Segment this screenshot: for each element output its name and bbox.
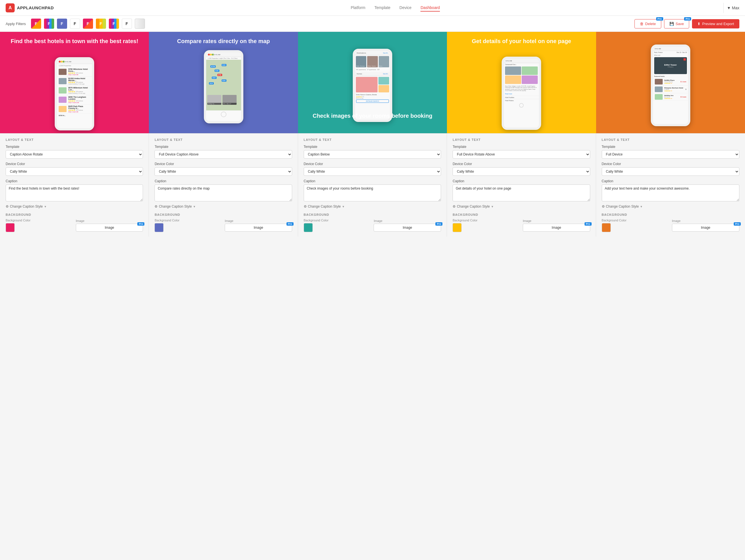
- toolbar: Apply Filters F F F F F F F F 🗑 Delete P…: [0, 16, 745, 32]
- screen-caption-3: Check images of your rooms before bookin…: [298, 110, 447, 122]
- caption-textarea-4[interactable]: Get details of your hotel on one page: [453, 184, 590, 201]
- chevron-icon-1: ▼: [44, 205, 47, 208]
- filter-btn-3[interactable]: F: [57, 19, 67, 29]
- settings-col-4: LAYOUT & TEXT Template Caption Above Rot…: [447, 134, 596, 237]
- export-icon: ⬆: [698, 22, 701, 26]
- screen-card-5[interactable]: 9:41 AM Paris, France Dec 13 - Dec 18 Wh…: [596, 32, 745, 133]
- save-pro-badge: Pro: [684, 17, 691, 21]
- pro-tag-1: Pro: [137, 222, 144, 225]
- template-select-5[interactable]: Caption Above Rotate Full Device Caption…: [602, 150, 739, 159]
- template-label-5: Template: [602, 145, 739, 149]
- screen-preview-1: Find the best hotels in town with the be…: [0, 32, 149, 133]
- device-color-select-4[interactable]: Cally White Cally Black Cally Gold: [453, 167, 590, 176]
- bg-color-swatch-3[interactable]: [304, 223, 313, 232]
- bg-row-1: Background Color Image Image Pro: [6, 219, 143, 232]
- bg-color-swatch-5[interactable]: [602, 223, 611, 232]
- change-caption-btn-1[interactable]: ⚙ Change Caption Style ▼: [6, 205, 143, 208]
- logo-text: APPLAUNCHPAD: [17, 5, 54, 10]
- pro-tag-4: Pro: [585, 222, 592, 225]
- bg-color-swatch-1[interactable]: [6, 223, 15, 232]
- nav-platform[interactable]: Platform: [351, 4, 365, 11]
- filter-btn-5[interactable]: F: [83, 19, 93, 29]
- chevron-icon-3: ▼: [342, 205, 345, 208]
- nav-template[interactable]: Template: [375, 4, 391, 11]
- apply-filters-label: Apply Filters: [6, 22, 26, 26]
- change-caption-btn-5[interactable]: ⚙ Change Caption Style ▼: [602, 205, 739, 208]
- settings-col-3: LAYOUT & TEXT Template Caption Above Rot…: [298, 134, 447, 237]
- screen-card-3[interactable]: Destinations See All › Berlin, Germany M…: [298, 32, 447, 133]
- screen-caption-1: Find the best hotels in town with the be…: [0, 32, 149, 50]
- bg-image-btn-5[interactable]: Image Pro: [672, 224, 739, 232]
- screen-card-2[interactable]: Compare rates directly on the map 🔴🟡🟢 9:…: [149, 32, 298, 133]
- bg-color-swatch-4[interactable]: [453, 223, 462, 232]
- device-color-select-2[interactable]: Cally White Cally Black Cally Gold: [155, 167, 292, 176]
- bg-image-label-3: Image: [374, 219, 441, 222]
- gear-icon-1: ⚙: [6, 205, 9, 208]
- bg-image-label-5: Image: [672, 219, 739, 222]
- screen-preview-3: Destinations See All › Berlin, Germany M…: [298, 32, 447, 133]
- template-label-4: Template: [453, 145, 590, 149]
- export-button[interactable]: ⬆ Preview and Export: [692, 19, 739, 29]
- bg-image-btn-3[interactable]: Image Pro: [374, 224, 441, 232]
- bg-image-btn-1[interactable]: Image Pro: [76, 224, 143, 232]
- template-select-4[interactable]: Caption Above Rotate Full Device Caption…: [453, 150, 590, 159]
- device-color-label-3: Device Color: [304, 162, 441, 166]
- screen-caption-2: Compare rates directly on the map: [149, 32, 298, 50]
- screens-area: Find the best hotels in town with the be…: [0, 32, 745, 134]
- caption-label-1: Caption: [6, 179, 143, 183]
- device-color-label-2: Device Color: [155, 162, 292, 166]
- nav-dashboard[interactable]: Dashboard: [420, 4, 440, 11]
- template-label-3: Template: [304, 145, 441, 149]
- filter-btn-4[interactable]: F: [70, 19, 80, 29]
- change-caption-btn-3[interactable]: ⚙ Change Caption Style ▼: [304, 205, 441, 208]
- section-label-1: LAYOUT & TEXT: [6, 138, 143, 141]
- section-label-2: LAYOUT & TEXT: [155, 138, 292, 141]
- screen-preview-5: 9:41 AM Paris, France Dec 13 - Dec 18 Wh…: [596, 32, 745, 133]
- section-label-4: LAYOUT & TEXT: [453, 138, 590, 141]
- caption-textarea-3[interactable]: Check images of your rooms before bookin…: [304, 184, 441, 201]
- settings-col-5: LAYOUT & TEXT Template Caption Above Rot…: [596, 134, 745, 237]
- settings-area: LAYOUT & TEXT Template Caption Above Rot…: [0, 134, 745, 237]
- caption-label-3: Caption: [304, 179, 441, 183]
- filter-btn-1[interactable]: F: [31, 19, 41, 29]
- bg-color-label-5: Background Color: [602, 219, 669, 222]
- nav-device[interactable]: Device: [399, 4, 412, 11]
- delete-button[interactable]: 🗑 Delete Pro: [635, 19, 661, 29]
- device-color-select-3[interactable]: Cally White Cally Black Cally Gold: [304, 167, 441, 176]
- caption-label-2: Caption: [155, 179, 292, 183]
- template-select-1[interactable]: Caption Above Rotate Full Device Caption…: [6, 150, 143, 159]
- bg-row-5: Background Color Image Image Pro: [602, 219, 739, 232]
- bg-color-swatch-2[interactable]: [155, 223, 164, 232]
- bg-image-label-2: Image: [225, 219, 292, 222]
- bg-image-btn-4[interactable]: Image Pro: [523, 224, 590, 232]
- bg-image-btn-2[interactable]: Image Pro: [225, 224, 292, 232]
- save-icon: 💾: [670, 22, 674, 26]
- caption-textarea-5[interactable]: Add your text here and make your screens…: [602, 184, 739, 201]
- screen-card-4[interactable]: Get details of your hotel on one page 9:…: [447, 32, 596, 133]
- bg-section-label-2: BACKGROUND: [155, 213, 292, 216]
- filter-btn-6[interactable]: F: [96, 19, 106, 29]
- bg-section-label-1: BACKGROUND: [6, 213, 143, 216]
- phone-4: 9:41 AM Clerkenwell One ‹ Dyrus Street, …: [501, 57, 541, 130]
- gear-icon-5: ⚙: [602, 205, 605, 208]
- template-label-1: Template: [6, 145, 143, 149]
- filter-btn-8[interactable]: F: [122, 19, 132, 29]
- change-caption-btn-2[interactable]: ⚙ Change Caption Style ▼: [155, 205, 292, 208]
- logo-icon: A: [6, 3, 15, 12]
- change-caption-btn-4[interactable]: ⚙ Change Caption Style ▼: [453, 205, 590, 208]
- pro-tag-5: Pro: [734, 222, 741, 225]
- user-menu[interactable]: ▼ Max: [727, 6, 739, 10]
- filter-btn-2[interactable]: F: [44, 19, 54, 29]
- filter-btn-7[interactable]: F: [109, 19, 119, 29]
- device-color-select-1[interactable]: Cally White Cally Black Cally Gold: [6, 167, 143, 176]
- caption-textarea-1[interactable]: Find the best hotels in town with the be…: [6, 184, 143, 201]
- save-button[interactable]: 💾 Save Pro: [664, 19, 689, 29]
- caption-label-5: Caption: [602, 179, 739, 183]
- screen-card-1[interactable]: Find the best hotels in town with the be…: [0, 32, 149, 133]
- bg-color-label-2: Background Color: [155, 219, 222, 222]
- template-select-3[interactable]: Caption Above Rotate Full Device Caption…: [304, 150, 441, 159]
- device-color-select-5[interactable]: Cally White Cally Black Cally Gold: [602, 167, 739, 176]
- template-select-2[interactable]: Caption Above Rotate Full Device Caption…: [155, 150, 292, 159]
- caption-textarea-2[interactable]: Compare rates directly on the map: [155, 184, 292, 201]
- filter-btn-9[interactable]: [135, 19, 145, 29]
